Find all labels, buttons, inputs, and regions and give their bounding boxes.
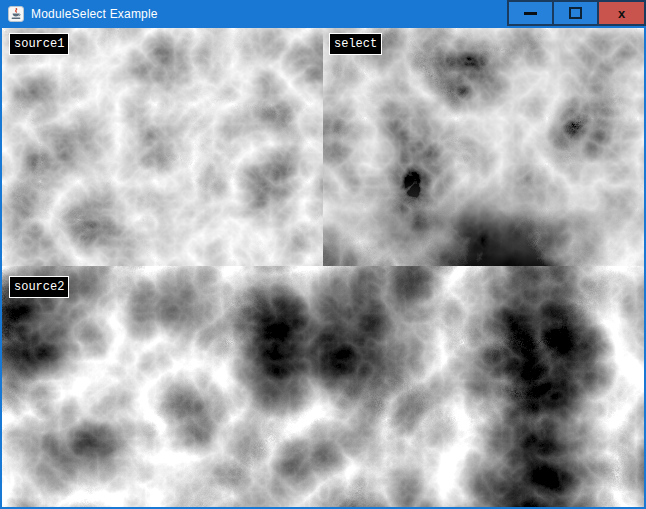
source2-label: source2	[9, 276, 69, 298]
source2-noise-image	[2, 266, 644, 507]
minimize-dash-icon	[524, 12, 537, 15]
close-x-icon: x	[618, 7, 625, 20]
maximize-button[interactable]	[552, 0, 599, 26]
titlebar[interactable]: ModuleSelect Example x	[0, 0, 646, 28]
source1-noise-image	[2, 28, 323, 266]
window-controls: x	[509, 0, 646, 26]
minimize-button[interactable]	[507, 0, 554, 26]
source1-label: source1	[9, 33, 69, 55]
source1-noise-panel	[2, 28, 323, 266]
select-label: select	[329, 33, 382, 55]
close-button[interactable]: x	[597, 0, 646, 26]
app-window: ModuleSelect Example x	[0, 0, 646, 509]
source2-noise-panel	[2, 266, 644, 507]
maximize-square-icon	[569, 7, 582, 19]
java-coffee-cup-icon	[8, 6, 24, 22]
window-title: ModuleSelect Example	[31, 7, 158, 21]
noise-render-area: source1 select source2	[2, 28, 644, 507]
